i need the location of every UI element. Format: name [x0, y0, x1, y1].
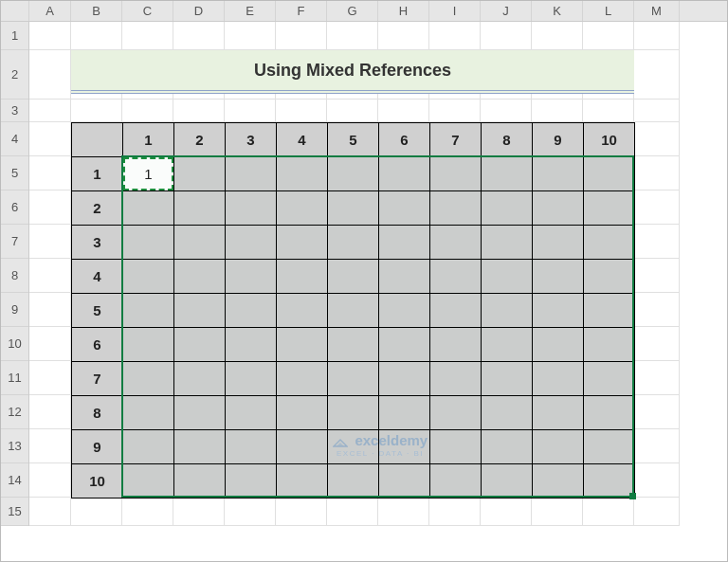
cell[interactable] — [583, 498, 634, 526]
table-cell[interactable] — [379, 328, 430, 362]
table-cell[interactable] — [584, 191, 635, 226]
cell[interactable] — [29, 50, 71, 100]
cell[interactable] — [378, 498, 429, 526]
table-cell[interactable] — [328, 191, 379, 226]
column-header-C[interactable]: C — [122, 1, 173, 21]
cell[interactable] — [481, 22, 532, 50]
table-cell[interactable] — [430, 260, 482, 294]
table-cell[interactable] — [379, 191, 430, 226]
table-cell[interactable] — [328, 157, 379, 191]
table-cell[interactable] — [328, 260, 379, 294]
table-cell[interactable] — [328, 464, 379, 499]
cell[interactable] — [71, 22, 122, 50]
table-cell[interactable] — [430, 464, 482, 499]
table-cell[interactable] — [584, 226, 635, 260]
cell[interactable] — [29, 395, 71, 429]
table-cell[interactable] — [533, 396, 584, 430]
column-header-H[interactable]: H — [378, 1, 429, 21]
table-cell[interactable] — [533, 260, 584, 294]
table-cell[interactable] — [482, 294, 533, 328]
cell[interactable] — [276, 498, 327, 526]
table-cell[interactable] — [482, 396, 533, 430]
table-cell[interactable] — [533, 294, 584, 328]
column-header-B[interactable]: B — [71, 1, 122, 21]
cell[interactable] — [173, 22, 225, 50]
cell[interactable] — [532, 100, 583, 122]
table-cell[interactable] — [430, 294, 482, 328]
table-cell[interactable] — [123, 226, 174, 260]
column-header-M[interactable]: M — [634, 1, 680, 21]
cell[interactable] — [583, 100, 634, 122]
cell[interactable] — [634, 259, 680, 293]
row-header-3[interactable]: 3 — [1, 100, 28, 122]
table-cell[interactable] — [123, 464, 174, 499]
table-cell[interactable] — [533, 362, 584, 396]
row-header-7[interactable]: 7 — [1, 225, 28, 259]
table-cell[interactable] — [226, 226, 277, 260]
cell[interactable] — [29, 259, 71, 293]
table-cell[interactable] — [123, 328, 174, 362]
cell[interactable] — [29, 190, 71, 225]
table-cell[interactable] — [430, 328, 482, 362]
cell[interactable] — [532, 498, 583, 526]
table-cell[interactable] — [277, 260, 328, 294]
table-cell[interactable] — [584, 430, 635, 464]
table-cell[interactable] — [277, 191, 328, 226]
table-cell[interactable] — [226, 464, 277, 499]
table-cell[interactable] — [277, 157, 328, 191]
cell[interactable] — [634, 429, 680, 463]
cell[interactable] — [29, 361, 71, 395]
cell[interactable] — [29, 327, 71, 361]
cell[interactable] — [481, 498, 532, 526]
table-cell[interactable] — [482, 464, 533, 499]
table-cell[interactable] — [226, 191, 277, 226]
cell[interactable] — [429, 100, 481, 122]
cell[interactable] — [327, 22, 378, 50]
cell[interactable] — [29, 22, 71, 50]
row-header-5[interactable]: 5 — [1, 156, 28, 190]
cell[interactable] — [173, 498, 225, 526]
table-cell[interactable] — [533, 328, 584, 362]
table-cell[interactable] — [123, 191, 174, 226]
table-cell[interactable] — [328, 294, 379, 328]
table-cell[interactable] — [584, 260, 635, 294]
column-header-L[interactable]: L — [583, 1, 634, 21]
cell[interactable] — [29, 498, 71, 526]
cell[interactable] — [276, 22, 327, 50]
table-cell[interactable] — [226, 328, 277, 362]
table-cell[interactable] — [277, 362, 328, 396]
table-cell[interactable] — [123, 362, 174, 396]
table-cell[interactable] — [277, 294, 328, 328]
table-cell[interactable] — [174, 328, 226, 362]
table-cell[interactable] — [174, 464, 226, 499]
row-header-6[interactable]: 6 — [1, 190, 28, 225]
cell[interactable] — [276, 100, 327, 122]
cell[interactable] — [634, 225, 680, 259]
table-cell[interactable] — [482, 157, 533, 191]
table-cell[interactable] — [123, 396, 174, 430]
table-cell[interactable] — [533, 226, 584, 260]
cell[interactable] — [634, 50, 680, 100]
table-cell[interactable] — [123, 430, 174, 464]
column-header-F[interactable]: F — [276, 1, 327, 21]
table-cell[interactable] — [277, 464, 328, 499]
table-cell[interactable] — [226, 430, 277, 464]
table-cell[interactable] — [379, 226, 430, 260]
cell[interactable] — [29, 156, 71, 190]
table-cell[interactable] — [584, 362, 635, 396]
table-cell[interactable] — [174, 260, 226, 294]
cell[interactable] — [634, 293, 680, 327]
column-header-G[interactable]: G — [327, 1, 378, 21]
column-header-K[interactable]: K — [532, 1, 583, 21]
cell[interactable] — [634, 395, 680, 429]
table-cell[interactable] — [226, 396, 277, 430]
table-cell[interactable] — [482, 328, 533, 362]
cell[interactable] — [225, 100, 276, 122]
table-cell[interactable] — [379, 260, 430, 294]
cell[interactable] — [634, 22, 680, 50]
table-cell[interactable] — [584, 157, 635, 191]
cell[interactable] — [634, 100, 680, 122]
row-header-4[interactable]: 4 — [1, 122, 28, 156]
table-cell[interactable] — [379, 294, 430, 328]
table-cell[interactable] — [174, 396, 226, 430]
